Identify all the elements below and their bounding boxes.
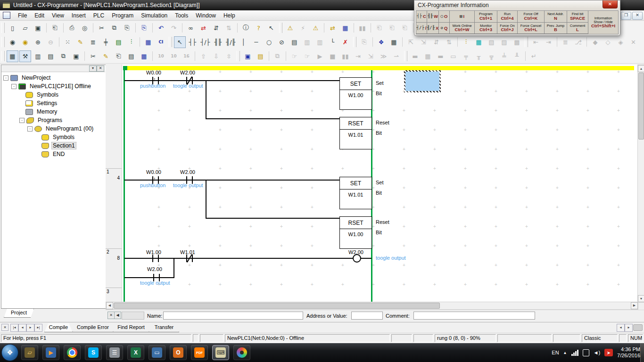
tree-item-newproject[interactable]: -NewProject xyxy=(2,74,95,82)
information-window[interactable]: CX-Programmer Information ✕ ┤├C ╢╟W ○O ▤… xyxy=(414,0,620,36)
address-ref-icon[interactable]: ⧉ xyxy=(58,50,69,62)
new-contact-icon[interactable]: ┤├ xyxy=(187,36,198,48)
io-table-icon[interactable]: ✎ xyxy=(100,50,112,62)
ladder-vscrollbar[interactable]: ▲ ▼ xyxy=(637,65,644,303)
sim-settings-icon[interactable]: ▤ xyxy=(255,50,266,62)
zoom-icon[interactable]: ◉ xyxy=(7,36,18,48)
redo-icon[interactable]: ↷ xyxy=(168,22,180,34)
find-next-icon[interactable]: ⇵ xyxy=(210,22,222,34)
tree-expand-box[interactable]: - xyxy=(11,84,17,89)
ft-transfer2-icon[interactable]: ⇲ xyxy=(418,36,429,48)
comment-input[interactable] xyxy=(413,312,535,320)
differential-monitor-icon[interactable]: ⎘ xyxy=(358,36,370,48)
view-2-icon[interactable]: ▨ xyxy=(498,36,510,48)
set-instruction-box[interactable]: SET W1.01 xyxy=(339,177,372,209)
tree-item-memory[interactable]: Memory xyxy=(2,107,95,116)
find-icon[interactable]: ∞ xyxy=(185,22,197,34)
mark-4-icon[interactable]: ✕ xyxy=(627,36,639,48)
transfer-settings-icon[interactable]: ⎗ xyxy=(386,22,398,34)
grid-toggle-icon[interactable]: ⁙ xyxy=(62,36,74,48)
language-indicator[interactable]: EN xyxy=(552,350,559,355)
prev-tab-button[interactable]: ◂ xyxy=(18,324,26,332)
breakpoint-2-icon[interactable]: ▦ xyxy=(422,50,434,62)
zoom-out-icon[interactable]: ⊖ xyxy=(45,36,57,48)
name-input[interactable] xyxy=(163,312,303,320)
breakpoint-7-icon[interactable]: ╦ xyxy=(486,50,497,62)
breakpoint-1-icon[interactable]: ▬ xyxy=(409,50,421,62)
ft-transfer1-icon[interactable]: ⇱ xyxy=(405,36,417,48)
paint-icon[interactable] xyxy=(233,345,250,360)
sim-pause-icon[interactable]: ▮▮ xyxy=(339,50,351,62)
cross-reference-icon[interactable]: ✂ xyxy=(87,50,99,62)
change-value-icon[interactable]: ⇩ xyxy=(210,50,222,62)
hex-icon[interactable]: 16 xyxy=(181,50,192,62)
output-close-button[interactable]: ✕ xyxy=(1,324,8,331)
rung-annotation-icon[interactable]: ≣ xyxy=(87,36,99,48)
compile-all-icon[interactable]: ⚡ xyxy=(297,22,309,34)
copy-icon[interactable]: ⧉ xyxy=(108,22,120,34)
menu-program[interactable]: Program xyxy=(108,11,137,20)
menu-plc[interactable]: PLC xyxy=(90,11,108,20)
compile-program-icon[interactable]: ⚠ xyxy=(284,22,296,34)
tree-item-newprogram1[interactable]: -NewProgram1 (00) xyxy=(2,124,95,133)
sim-transfer-icon[interactable]: ⧉ xyxy=(272,50,283,62)
sim-run-icon[interactable]: ▶ xyxy=(314,50,326,62)
return-icon[interactable]: ↵ xyxy=(528,50,540,62)
foxit-pdf-icon[interactable]: PDF xyxy=(191,345,208,360)
tab-transfer[interactable]: Transfer xyxy=(149,323,179,332)
output-scroll-thumb[interactable] xyxy=(633,324,643,331)
paste-program-icon[interactable]: ⎘ xyxy=(138,22,150,34)
scroll-left-button[interactable]: ◀ xyxy=(106,302,113,309)
tab-find-report[interactable]: Find Report xyxy=(113,323,149,332)
dialog-2-icon[interactable]: ▦ xyxy=(138,50,150,62)
transfer-to-plc-icon[interactable]: ⇄ xyxy=(327,22,339,34)
volume-icon[interactable]: ◄) xyxy=(594,350,601,355)
start-button[interactable]: ❖ xyxy=(1,344,18,361)
function-block-icon[interactable]: ▥ xyxy=(301,36,313,48)
view-1-icon[interactable]: ▧ xyxy=(486,36,497,48)
find-back-icon[interactable]: ⇅ xyxy=(223,22,235,34)
tree-expand-box[interactable]: - xyxy=(3,75,8,81)
print-icon[interactable]: ⎙ xyxy=(66,22,78,34)
next-tab-button[interactable]: ▸ xyxy=(26,324,34,332)
breakpoint-8-icon[interactable]: ╧ xyxy=(498,50,510,62)
ladder-hscrollbar[interactable]: ◀ ▶ xyxy=(106,302,638,310)
outlook-icon[interactable]: O xyxy=(170,345,187,360)
new-horizontal-icon[interactable]: ─ xyxy=(250,36,262,48)
new-or-contact-icon[interactable]: ╢╟ xyxy=(212,36,224,48)
force-set-icon[interactable]: ⇳ xyxy=(223,50,235,62)
zoom-custom-icon[interactable]: ◉ xyxy=(19,36,31,48)
tree-item-programs[interactable]: -Programs xyxy=(2,116,95,124)
dialog-1-icon[interactable]: ▤ xyxy=(125,50,137,62)
scroll-right-button[interactable]: ▶ xyxy=(631,302,638,309)
signed-decimal-icon[interactable]: 10 xyxy=(168,50,180,62)
properties-icon[interactable]: ▣ xyxy=(70,50,82,62)
skype-icon[interactable]: S xyxy=(85,345,102,360)
rset-instruction-box[interactable]: RSET W1.01 xyxy=(339,117,372,149)
mnemonic-view-icon[interactable]: ⫶ xyxy=(125,36,137,48)
operand-back-button[interactable]: ◀ xyxy=(114,312,121,319)
tree-item-section1[interactable]: Section1 xyxy=(2,141,95,150)
paste-icon[interactable]: ⎘ xyxy=(121,22,133,34)
vscroll-thumb[interactable] xyxy=(638,73,644,140)
time-chart-icon[interactable]: ▦ xyxy=(388,36,400,48)
new-closed-or-contact-icon[interactable]: ╢/╟ xyxy=(225,36,237,48)
cascade-window-icon[interactable]: ▦ xyxy=(7,50,18,62)
tree-item-end[interactable]: END xyxy=(2,150,95,158)
first-tab-button[interactable]: |◂ xyxy=(10,324,18,332)
undo-icon[interactable]: ↶ xyxy=(155,22,167,34)
tree-expand-box[interactable]: - xyxy=(27,126,33,132)
pause-2-icon[interactable]: ☞ xyxy=(301,50,313,62)
hscroll-thumb[interactable] xyxy=(114,303,440,309)
help-icon[interactable]: ? xyxy=(253,22,264,34)
rset-instruction-box[interactable]: RSET W1.00 xyxy=(339,216,372,249)
menu-help[interactable]: Help xyxy=(220,11,239,20)
menu-simulation[interactable]: Simulation xyxy=(137,11,171,20)
tree-expand-box[interactable]: - xyxy=(19,118,25,123)
menu-tools[interactable]: Tools xyxy=(171,11,192,20)
mdi-restore-button[interactable]: ❐ xyxy=(621,12,631,20)
tree-item-symbols[interactable]: Symbols xyxy=(2,90,95,99)
menu-view[interactable]: View xyxy=(48,11,68,20)
menu-window[interactable]: Window xyxy=(192,11,220,20)
operand-close-button[interactable]: ✕ xyxy=(107,312,115,319)
